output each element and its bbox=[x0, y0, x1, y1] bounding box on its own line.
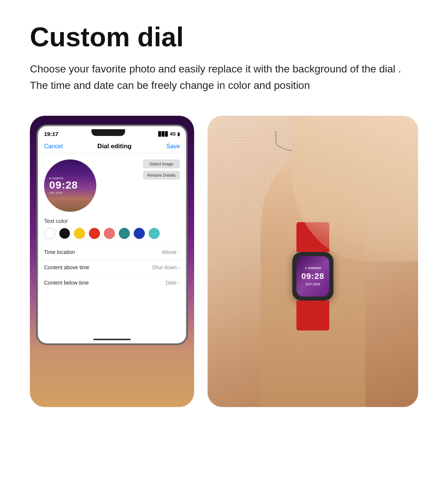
swatch-white[interactable] bbox=[44, 228, 55, 239]
watch-body: ♥ 208BPM 09:28 SAT 0325 bbox=[292, 252, 333, 301]
dial-overlay: ♥ 208BPM 09:28 SAT 0325 bbox=[44, 159, 96, 212]
dial-circle-preview[interactable]: ♥ 208BPM 09:28 SAT 0325 bbox=[44, 159, 96, 212]
text-color-label: Text color bbox=[38, 215, 186, 226]
swatch-pink[interactable] bbox=[104, 228, 115, 239]
time-location-value-text: Above bbox=[162, 249, 177, 255]
signal-icon: ▊▊▊ bbox=[158, 131, 168, 137]
dial-header: Cancel Dial editing Save bbox=[38, 140, 186, 153]
swatch-teal[interactable] bbox=[119, 228, 130, 239]
swatch-black[interactable] bbox=[59, 228, 70, 239]
content-above-value-text: Shut down bbox=[152, 264, 177, 270]
color-swatches bbox=[38, 226, 186, 244]
restore-details-button[interactable]: Restore Details bbox=[143, 171, 180, 180]
status-time: 19:17 bbox=[44, 131, 58, 137]
status-bar: 19:17 ▊▊▊ 4G ▮ bbox=[38, 126, 186, 140]
settings-row-time-location[interactable]: Time location Above › bbox=[38, 244, 186, 260]
images-row: 19:17 ▊▊▊ 4G ▮ Cancel Dial editing Save bbox=[30, 116, 418, 407]
watch-screen-content: ♥ 208BPM 09:28 SAT 0325 bbox=[301, 266, 324, 286]
select-image-button[interactable]: Select Image bbox=[143, 159, 180, 168]
content-below-label: Content below time bbox=[44, 280, 89, 286]
watch-wrist-card: ♥ 208BPM 09:28 SAT 0325 bbox=[208, 116, 418, 407]
content-below-value-text: Date bbox=[166, 280, 177, 286]
dial-bpm: ♥ 208BPM bbox=[49, 177, 63, 180]
time-location-label: Time location bbox=[44, 249, 75, 255]
settings-row-content-above[interactable]: Content above time Shut down › bbox=[38, 260, 186, 275]
page-description: Choose your favorite photo and easily re… bbox=[30, 61, 418, 93]
chevron-icon-2: › bbox=[178, 264, 180, 270]
page-title: Custom dial bbox=[30, 22, 418, 52]
home-indicator bbox=[38, 335, 186, 343]
watch-date-display: SAT 0325 bbox=[301, 282, 324, 286]
cancel-button[interactable]: Cancel bbox=[44, 143, 63, 150]
content-below-value: Date › bbox=[166, 280, 180, 286]
chevron-icon-1: › bbox=[178, 249, 180, 255]
notch-inner bbox=[91, 129, 125, 136]
swatch-yellow[interactable] bbox=[74, 228, 85, 239]
network-label: 4G bbox=[170, 131, 176, 137]
swatch-lightblue[interactable] bbox=[149, 228, 160, 239]
watch-card-inner: ♥ 208BPM 09:28 SAT 0325 bbox=[208, 116, 418, 407]
phone-bottom-space bbox=[38, 290, 186, 335]
dial-time: 09:28 bbox=[49, 180, 78, 190]
time-location-value: Above › bbox=[162, 249, 180, 255]
content-above-value: Shut down › bbox=[152, 264, 180, 270]
save-button[interactable]: Save bbox=[167, 143, 180, 150]
chevron-icon-3: › bbox=[178, 280, 180, 286]
watch-time-display: 09:28 bbox=[301, 271, 324, 281]
notch bbox=[90, 129, 127, 137]
swatch-blue[interactable] bbox=[134, 228, 145, 239]
watch-screen: ♥ 208BPM 09:28 SAT 0325 bbox=[296, 256, 329, 297]
dial-action-buttons: Select Image Restore Details bbox=[143, 159, 180, 180]
settings-row-content-below[interactable]: Content below time Date › bbox=[38, 275, 186, 290]
dial-date: SAT 0325 bbox=[49, 191, 62, 195]
home-bar bbox=[93, 339, 131, 340]
content-above-label: Content above time bbox=[44, 264, 89, 270]
dial-preview-area: ♥ 208BPM 09:28 SAT 0325 Select Image Res… bbox=[38, 153, 186, 215]
dial-editing-title: Dial editing bbox=[97, 143, 132, 150]
swatch-red[interactable] bbox=[89, 228, 100, 239]
watch-bpm-display: ♥ 208BPM bbox=[301, 266, 324, 270]
battery-icon: ▮ bbox=[177, 131, 180, 137]
status-icons: ▊▊▊ 4G ▮ bbox=[158, 131, 180, 137]
watch-band-bottom bbox=[296, 301, 329, 330]
phone-mockup-card: 19:17 ▊▊▊ 4G ▮ Cancel Dial editing Save bbox=[30, 116, 194, 407]
phone-screen: 19:17 ▊▊▊ 4G ▮ Cancel Dial editing Save bbox=[38, 126, 186, 343]
